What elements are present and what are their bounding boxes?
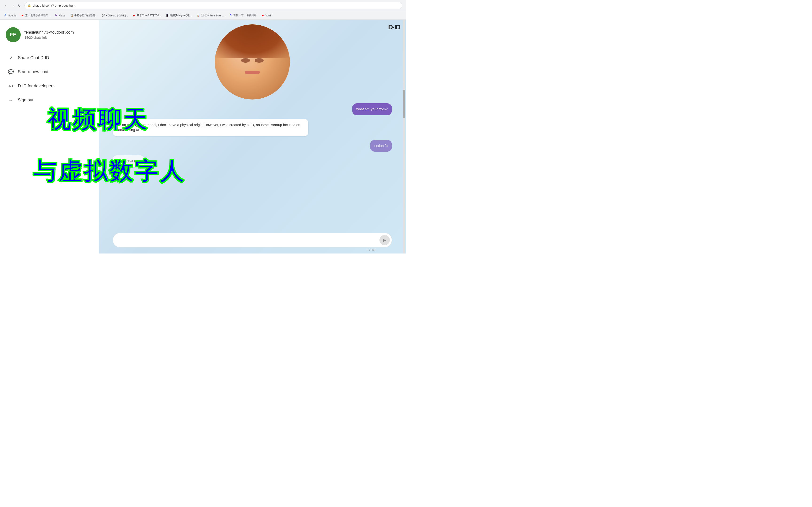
menu-items: ↗ Share Chat D-ID 💬 Start a new chat </>… <box>6 52 93 106</box>
chatgpt-icon: ▶ <box>133 14 136 17</box>
user-message-2: estion fo <box>370 140 392 152</box>
chat-input[interactable] <box>118 238 377 242</box>
google-icon: G <box>4 14 7 17</box>
bookmark-make[interactable]: M Make <box>53 13 67 18</box>
scrollbar-thumb[interactable] <box>403 90 405 118</box>
chat-input-wrapper: ▶ <box>113 233 392 247</box>
bookmarks-bar: G Google ▶ 素人也能学会最新C... M Make 📋 手把手教你如何… <box>0 11 406 20</box>
reload-button[interactable]: ↻ <box>17 3 21 8</box>
user-info: FE fengjiajun473@outlook.com 14/20 chats… <box>6 27 93 42</box>
user-chats-left: 14/20 chats left <box>24 36 74 40</box>
message-row-3: estion fo <box>113 140 392 152</box>
nav-icons: ← → ↻ <box>4 3 21 8</box>
signout-icon: → <box>7 97 14 103</box>
bookmark-science[interactable]: 📊 2,000+ Free Scien... <box>195 13 226 18</box>
science-icon: 📊 <box>197 14 200 17</box>
address-bar[interactable]: 🔒 chat.d-id.com/?ref=producthunt <box>24 2 402 9</box>
browser-chrome: ← → ↻ 🔒 chat.d-id.com/?ref=producthunt <box>0 0 406 11</box>
youtube-icon-1: ▶ <box>21 14 24 17</box>
bookmark-baidu[interactable]: B 百度一下，你就知道 <box>227 13 258 18</box>
discord-icon: 💬 <box>102 14 105 17</box>
send-button[interactable]: ▶ <box>379 235 390 245</box>
char-count: 0 / 350 <box>113 248 392 251</box>
menu-item-developers-label: D-ID for developers <box>18 83 54 89</box>
menu-item-developers[interactable]: </> D-ID for developers <box>6 80 93 92</box>
ai-face <box>215 24 290 100</box>
chat-input-area: ▶ 0 / 350 <box>99 230 406 253</box>
menu-item-share[interactable]: ↗ Share Chat D-ID <box>6 52 93 64</box>
page-content: FE fengjiajun473@outlook.com 14/20 chats… <box>0 20 406 253</box>
scrollbar-track[interactable] <box>403 20 405 253</box>
new-chat-icon: 💬 <box>7 68 14 75</box>
message-row-1: what are your from? <box>113 103 392 115</box>
bookmark-discord[interactable]: 💬 • Discord | @Midj... <box>100 13 130 18</box>
menu-item-new-chat[interactable]: 💬 Start a new chat <box>6 66 93 78</box>
menu-item-new-chat-label: Start a new chat <box>18 69 48 74</box>
bookmark-google[interactable]: G Google <box>2 13 18 18</box>
make-icon: M <box>55 14 58 17</box>
sidebar-menu: FE fengjiajun473@outlook.com 14/20 chats… <box>0 20 99 253</box>
overlay-text-line1: 视频聊天 <box>47 104 149 136</box>
ai-avatar <box>215 24 290 100</box>
message-row-2: As an AI language model, I don't have a … <box>113 119 392 136</box>
back-button[interactable]: ← <box>4 3 8 8</box>
guide-icon: 📋 <box>70 14 73 17</box>
did-logo: D·ID <box>388 23 400 31</box>
bookmark-guide[interactable]: 📋 手把手教你如何便... <box>68 13 99 18</box>
baidu-icon: B <box>229 14 233 17</box>
user-email: fengjiajun473@outlook.com <box>24 30 74 35</box>
overlay-text-line2: 与虚拟数字人 <box>33 156 185 187</box>
bookmark-chatgpt[interactable]: ▶ 基于ChatGPT和Tel... <box>131 13 163 18</box>
chat-main: what are your from? As an AI language mo… <box>99 20 406 253</box>
send-icon: ▶ <box>383 237 386 243</box>
share-icon: ↗ <box>7 54 14 61</box>
bookmark-video1[interactable]: ▶ 素人也能学会最新C... <box>19 13 52 18</box>
url-text: chat.d-id.com/?ref=producthunt <box>33 4 75 7</box>
bookmark-youtube[interactable]: ▶ YouT <box>259 13 273 18</box>
forward-button[interactable]: → <box>10 3 15 8</box>
avatar-section <box>99 20 406 100</box>
menu-item-share-label: Share Chat D-ID <box>18 55 49 60</box>
lock-icon: 🔒 <box>28 4 31 7</box>
youtube-icon-2: ▶ <box>261 14 264 17</box>
developers-icon: </> <box>7 82 14 89</box>
bookmark-telegram[interactable]: 📱 电报(Telegram)教... <box>163 13 194 18</box>
telegram-icon: 📱 <box>165 14 169 17</box>
user-message-1: what are your from? <box>352 103 392 115</box>
user-details: fengjiajun473@outlook.com 14/20 chats le… <box>24 30 74 40</box>
hair <box>215 24 290 58</box>
menu-item-signout-label: Sign out <box>18 98 33 103</box>
avatar: FE <box>6 27 21 42</box>
